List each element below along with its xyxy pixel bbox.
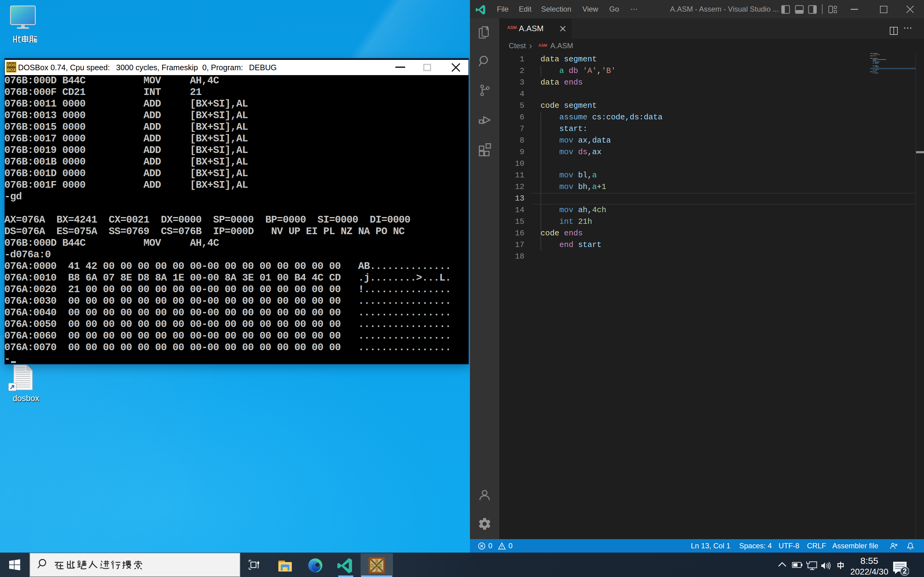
svg-text:2: 2 [903, 567, 906, 575]
svg-text:DOS: DOS [371, 564, 383, 568]
svg-text:X: X [375, 568, 378, 572]
svg-text:B: B [375, 559, 378, 564]
svg-text:DOS: DOS [7, 63, 16, 67]
svg-text:BOX: BOX [7, 68, 16, 72]
